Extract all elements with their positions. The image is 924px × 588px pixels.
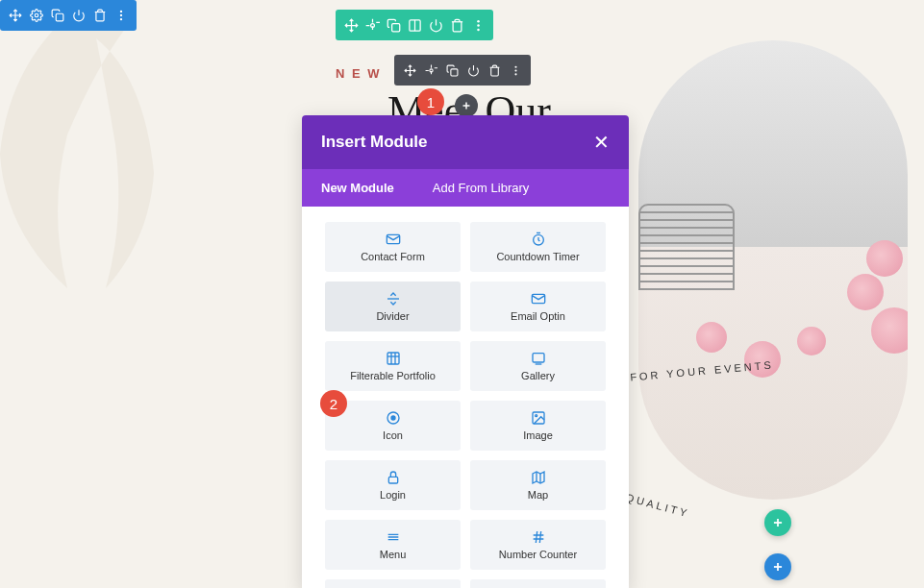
power-icon[interactable] [69, 4, 88, 27]
modal-body: Contact FormCountdown TimerDividerEmail … [302, 207, 629, 588]
tab-new-module[interactable]: New Module [302, 169, 413, 207]
module-tile-menu[interactable]: Menu [325, 520, 461, 570]
svg-point-11 [477, 28, 480, 31]
duplicate-icon[interactable] [48, 4, 67, 27]
settings-icon[interactable] [362, 13, 382, 37]
step-badge-1: 1 [417, 88, 444, 115]
new-badge: N E W [336, 66, 382, 81]
module-label: Email Optin [476, 310, 600, 322]
power-icon[interactable] [426, 13, 445, 37]
svg-rect-13 [450, 68, 457, 75]
module-label: Menu [331, 549, 455, 560]
svg-point-16 [514, 73, 516, 75]
add-section-fab[interactable] [764, 553, 791, 580]
timer-icon [476, 232, 600, 247]
hero-image [638, 40, 908, 500]
more-icon[interactable] [506, 59, 525, 82]
grid-icon [331, 351, 455, 366]
svg-rect-31 [533, 354, 544, 362]
module-tile-number-counter[interactable]: Number Counter [470, 520, 606, 570]
svg-point-4 [120, 18, 122, 20]
module-label: Map [476, 489, 600, 501]
module-tile-countdown-timer[interactable]: Countdown Timer [470, 222, 606, 272]
module-tile-divider[interactable]: Divider [325, 282, 461, 331]
duplicate-icon[interactable] [442, 59, 462, 82]
hash-icon [476, 529, 600, 545]
module-label: Icon [331, 429, 455, 441]
svg-rect-37 [388, 477, 397, 483]
menu-icon [331, 529, 455, 545]
tab-add-from-library[interactable]: Add From Library [413, 169, 548, 207]
svg-point-10 [477, 24, 480, 27]
module-label: Image [476, 429, 600, 441]
add-module-button[interactable] [455, 94, 478, 117]
svg-point-14 [514, 65, 516, 67]
svg-point-15 [514, 69, 516, 71]
move-icon[interactable] [341, 13, 361, 37]
module-label: Contact Form [331, 251, 455, 262]
modal-title: Insert Module [321, 133, 428, 152]
module-tile-filterable-portfolio[interactable]: Filterable Portfolio [325, 341, 461, 391]
columns-icon[interactable] [405, 13, 424, 37]
duplicate-icon[interactable] [384, 13, 403, 37]
map-icon [476, 470, 600, 485]
trash-icon[interactable] [447, 13, 466, 37]
module-label: Login [331, 489, 455, 501]
module-label: Countdown Timer [476, 251, 600, 262]
trash-icon[interactable] [90, 4, 110, 27]
row-toolbar [336, 10, 493, 40]
svg-point-2 [120, 11, 122, 12]
circle-icon [331, 410, 455, 426]
add-row-fab[interactable] [764, 509, 791, 536]
mail-icon [331, 232, 455, 247]
section-toolbar [0, 0, 137, 31]
image-icon [476, 410, 600, 426]
module-tile-image[interactable]: Image [470, 401, 606, 451]
move-icon[interactable] [400, 59, 419, 82]
modal-tabs: New Module Add From Library [302, 169, 629, 207]
svg-marker-38 [533, 472, 544, 483]
more-icon[interactable] [468, 13, 487, 37]
step-badge-2: 2 [320, 390, 347, 417]
curved-text-bottom: QUALITY [625, 491, 691, 519]
trash-icon[interactable] [485, 59, 504, 82]
svg-point-3 [120, 14, 122, 16]
module-tile-portfolio[interactable]: Portfolio [470, 579, 606, 588]
module-label: Gallery [476, 370, 600, 381]
gallery-icon [476, 351, 600, 366]
close-icon[interactable]: ✕ [593, 133, 610, 152]
svg-rect-27 [387, 353, 399, 364]
settings-icon[interactable] [27, 4, 46, 27]
svg-line-47 [539, 531, 540, 543]
module-tile-contact-form[interactable]: Contact Form [325, 222, 461, 272]
module-tile-gallery[interactable]: Gallery [470, 341, 606, 391]
svg-point-0 [35, 13, 38, 17]
bg-leaf-decoration [0, 0, 221, 307]
svg-rect-6 [391, 23, 399, 31]
move-icon[interactable] [6, 4, 25, 27]
module-tile-map[interactable]: Map [470, 460, 606, 510]
divider-icon [331, 291, 455, 306]
module-label: Number Counter [476, 549, 600, 560]
svg-point-36 [535, 415, 537, 417]
settings-icon[interactable] [421, 59, 440, 82]
svg-rect-1 [56, 13, 63, 21]
insert-module-modal: Insert Module ✕ New Module Add From Libr… [302, 115, 629, 588]
module-label: Divider [331, 310, 455, 322]
module-tile-login[interactable]: Login [325, 460, 461, 510]
module-tile-person[interactable]: Person [325, 579, 461, 588]
svg-line-46 [536, 531, 537, 543]
module-toolbar [394, 55, 531, 86]
svg-point-9 [477, 19, 480, 22]
lock-icon [331, 470, 455, 485]
module-tile-email-optin[interactable]: Email Optin [470, 282, 606, 331]
more-icon[interactable] [112, 4, 131, 27]
modal-header: Insert Module ✕ [302, 115, 629, 169]
module-label: Filterable Portfolio [331, 370, 455, 381]
power-icon[interactable] [463, 59, 483, 82]
svg-point-34 [391, 416, 395, 420]
mail-icon [476, 291, 600, 306]
